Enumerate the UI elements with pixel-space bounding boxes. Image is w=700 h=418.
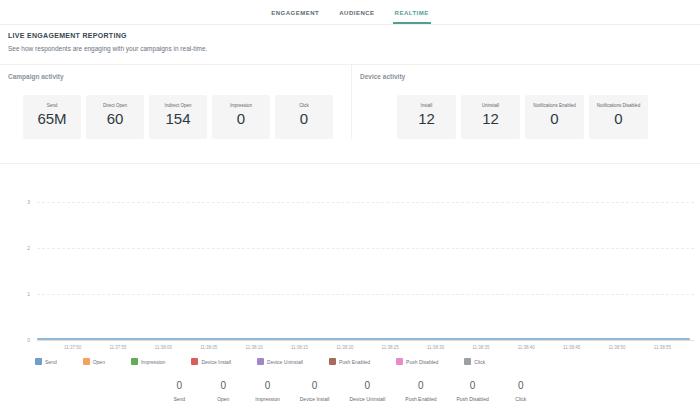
metric-card-send: Send 65M [23, 95, 81, 139]
metric-card-value: 154 [149, 110, 207, 127]
metric-card-label: Indirect Open [149, 95, 207, 108]
summary-label: Push Enabled [405, 396, 436, 402]
tab-realtime[interactable]: REALTIME [393, 4, 431, 24]
summary-value: 0 [509, 380, 533, 391]
x-axis-tick: 11:38:55 [640, 345, 685, 350]
metric-card-value: 0 [525, 110, 584, 127]
summary-item-device-uninstall: 0 Device Uninstall [349, 380, 385, 402]
legend-item-open[interactable]: Open [83, 358, 105, 365]
legend-item-device-install[interactable]: Device Install [191, 358, 231, 365]
campaign-activity-section: Campaign activity Send 65M Direct Open 6… [0, 65, 352, 139]
metric-card-label: Send [23, 95, 81, 108]
metric-card-impression: Impression 0 [212, 95, 270, 139]
y-axis-tick: 3 [0, 199, 30, 205]
x-axis-tick: 11:38:50 [594, 345, 639, 350]
summary-label: Send [167, 396, 191, 402]
legend-item-push-disabled[interactable]: Push Disabled [396, 358, 438, 365]
x-axis-tick: 11:38:20 [322, 345, 367, 350]
legend-swatch-icon [131, 358, 138, 365]
legend-swatch-icon [83, 358, 90, 365]
x-axis-tick: 11:37:50 [50, 345, 95, 350]
summary-label: Click [509, 396, 533, 402]
legend-label: Push Disabled [406, 359, 438, 365]
legend-item-impression[interactable]: Impression [131, 358, 165, 365]
summary-value: 0 [255, 380, 279, 391]
realtime-line-chart: 3 2 1 0 11:37:50 11:37:55 11:38:00 11:38… [0, 194, 700, 356]
summary-label: Open [211, 396, 235, 402]
summary-value: 0 [167, 380, 191, 391]
summary-item-click: 0 Click [509, 380, 533, 402]
gridline [37, 248, 694, 249]
legend-label: Open [93, 359, 105, 365]
x-axis-tick: 11:38:15 [277, 345, 322, 350]
summary-totals-row: 0 Send 0 Open 0 Impression 0 Device Inst… [0, 380, 700, 402]
summary-value: 0 [300, 380, 330, 391]
tab-bar: ENGAGEMENT AUDIENCE REALTIME [0, 0, 700, 25]
campaign-cards: Send 65M Direct Open 60 Indirect Open 15… [23, 95, 351, 139]
device-activity-section: Device activity Install 12 Uninstall 12 … [352, 65, 700, 139]
metric-card-notifications-disabled: Notifications Disabled 0 [589, 95, 648, 139]
metric-card-value: 12 [461, 110, 520, 127]
x-axis-tick: 11:38:05 [186, 345, 231, 350]
legend-label: Device Uninstall [267, 359, 303, 365]
metric-card-install: Install 12 [397, 95, 456, 139]
metric-card-notifications-enabled: Notifications Enabled 0 [525, 95, 584, 139]
metric-card-indirect-open: Indirect Open 154 [149, 95, 207, 139]
campaign-activity-label: Campaign activity [0, 65, 351, 80]
y-axis-tick: 1 [0, 291, 30, 297]
legend-swatch-icon [329, 358, 336, 365]
x-axis-tick: 11:37:55 [95, 345, 140, 350]
tab-engagement[interactable]: ENGAGEMENT [269, 4, 321, 24]
gridline [37, 202, 694, 203]
summary-label: Device Uninstall [349, 396, 385, 402]
legend-item-send[interactable]: Send [35, 358, 57, 365]
tab-audience[interactable]: AUDIENCE [337, 4, 376, 24]
legend-item-device-uninstall[interactable]: Device Uninstall [257, 358, 303, 365]
send-series-line [37, 338, 690, 340]
summary-label: Impression [255, 396, 279, 402]
x-axis-tick: 11:38:25 [368, 345, 413, 350]
metric-card-value: 65M [23, 110, 81, 127]
metric-card-value: 0 [212, 110, 270, 127]
legend-label: Push Enabled [339, 359, 370, 365]
device-cards: Install 12 Uninstall 12 Notifications En… [397, 95, 700, 139]
metric-card-label: Uninstall [461, 95, 520, 108]
page-title: LIVE ENGAGEMENT REPORTING [8, 32, 692, 39]
legend-swatch-icon [35, 358, 42, 365]
metric-card-value: 12 [397, 110, 456, 127]
metric-card-label: Notifications Enabled [525, 95, 584, 108]
metric-card-label: Direct Open [86, 95, 144, 108]
x-axis-tick: 11:38:00 [141, 345, 186, 350]
legend-label: Click [474, 359, 485, 365]
legend-label: Impression [141, 359, 165, 365]
metric-card-value: 0 [275, 110, 333, 127]
gridline [37, 294, 694, 295]
summary-label: Device Install [300, 396, 330, 402]
legend-item-push-enabled[interactable]: Push Enabled [329, 358, 370, 365]
x-axis: 11:37:50 11:37:55 11:38:00 11:38:05 11:3… [50, 345, 685, 350]
legend-swatch-icon [464, 358, 471, 365]
y-axis-tick: 0 [0, 337, 30, 343]
page-header: LIVE ENGAGEMENT REPORTING See how respon… [0, 25, 700, 52]
metric-card-value: 60 [86, 110, 144, 127]
metric-card-label: Install [397, 95, 456, 108]
summary-item-device-install: 0 Device Install [300, 380, 330, 402]
summary-item-open: 0 Open [211, 380, 235, 402]
summary-value: 0 [211, 380, 235, 391]
gridline-row-2: 2 [0, 248, 700, 249]
activity-sections: Campaign activity Send 65M Direct Open 6… [0, 64, 700, 164]
metric-card-value: 0 [589, 110, 648, 127]
metric-card-label: Click [275, 95, 333, 108]
x-axis-tick: 11:38:10 [231, 345, 276, 350]
legend-swatch-icon [257, 358, 264, 365]
gridline-row-0: 0 [0, 340, 700, 341]
legend-label: Send [45, 359, 57, 365]
summary-value: 0 [456, 380, 488, 391]
metric-card-label: Notifications Disabled [589, 95, 648, 108]
x-axis-tick: 11:38:45 [549, 345, 594, 350]
x-axis-line [37, 340, 694, 341]
legend-swatch-icon [191, 358, 198, 365]
legend-item-click[interactable]: Click [464, 358, 485, 365]
legend-swatch-icon [396, 358, 403, 365]
x-axis-tick: 11:38:35 [458, 345, 503, 350]
